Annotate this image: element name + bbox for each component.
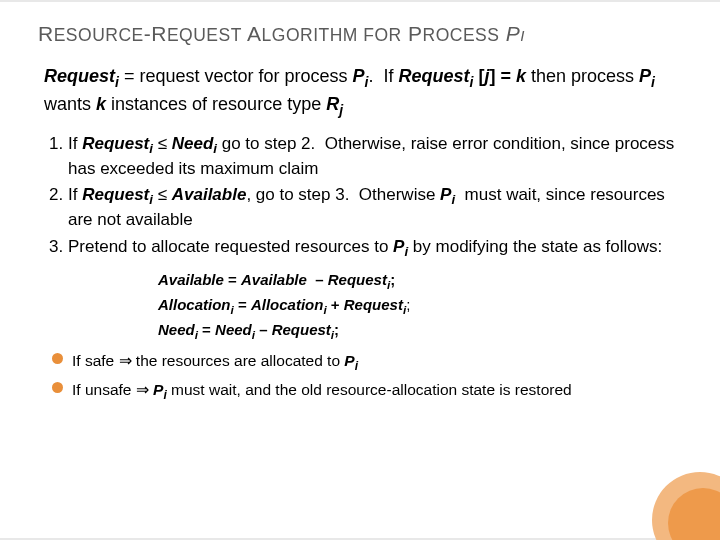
step-item: If Requesti ≤ Needi go to step 2. Otherw… xyxy=(68,133,682,180)
slide-title: RESOURCE-REQUEST ALGORITHM FOR PROCESS P… xyxy=(38,22,682,46)
outcome-bullets: If safe ⇒ the resources are allocated to… xyxy=(38,350,682,404)
equation-line: Available = Available – Requesti; xyxy=(158,269,682,294)
step-item: Pretend to allocate requested resources … xyxy=(68,236,682,261)
equation-line: Allocationi = Allocationi + Requesti; xyxy=(158,294,682,319)
bullet-item: If unsafe ⇒ Pi must wait, and the old re… xyxy=(72,379,682,404)
slide-content: RESOURCE-REQUEST ALGORITHM FOR PROCESS P… xyxy=(0,0,720,540)
intro-paragraph: Requesti = request vector for process Pi… xyxy=(38,64,682,119)
equation-line: Needi = Needi – Requesti; xyxy=(158,319,682,344)
equations-block: Available = Available – Requesti; Alloca… xyxy=(158,269,682,344)
bullet-item: If safe ⇒ the resources are allocated to… xyxy=(72,350,682,375)
step-item: If Requesti ≤ Available, go to step 3. O… xyxy=(68,184,682,231)
steps-list: If Requesti ≤ Needi go to step 2. Otherw… xyxy=(38,133,682,261)
